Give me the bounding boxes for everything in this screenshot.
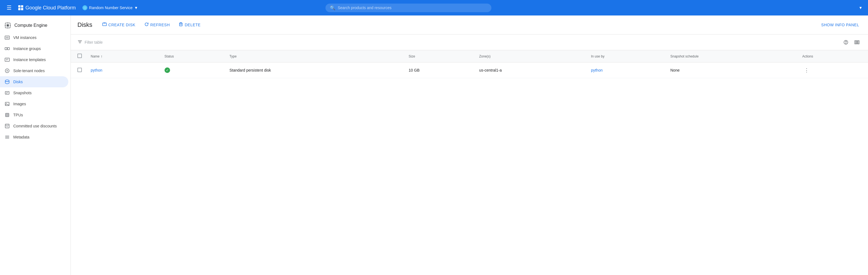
svg-text:%: % [6,126,8,128]
svg-point-21 [6,103,7,104]
project-name: Random Number Service [89,5,132,10]
row-select-checkbox[interactable] [78,68,82,72]
create-disk-label: CREATE DISK [108,23,135,27]
logo-grid-icon [18,5,23,10]
disks-table: Name ↑ Status Type Size Zone(s) In use b… [71,50,868,78]
disk-size-cell: 10 GB [404,63,475,78]
sidebar-item-images[interactable]: Images [0,98,68,109]
svg-rect-22 [5,113,9,117]
sidebar-title: Compute Engine [14,23,47,28]
svg-rect-8 [5,47,7,50]
sidebar-item-tpus[interactable]: TPUs [0,109,68,121]
disks-icon [4,79,10,84]
main-content: Disks CREATE DISK [71,15,868,275]
project-dropdown-icon: ▼ [134,5,138,10]
search-input[interactable] [338,5,487,10]
sidebar-item-vm-instances[interactable]: VM instances [0,32,68,43]
table-row: python ✓ Standard persistent disk 10 GB … [71,63,868,78]
sole-tenant-nodes-icon [4,68,10,73]
filter-icon [78,39,83,45]
app-layout: Compute Engine VM instances Instance gro… [0,15,868,275]
filter-bar [71,35,868,50]
sidebar-item-committed-use-discounts[interactable]: % Committed use discounts [0,121,68,132]
sidebar-item-metadata-label: Metadata [13,135,29,139]
sidebar: Compute Engine VM instances Instance gro… [0,15,71,275]
create-disk-button[interactable]: CREATE DISK [99,20,139,30]
instance-templates-icon [4,57,10,63]
sidebar-item-instance-templates[interactable]: Instance templates [0,54,68,65]
select-all-header [71,50,86,63]
nav-dropdown-icon[interactable]: ▼ [858,4,864,11]
header-actions: CREATE DISK REFRESH [99,20,204,30]
columns-icon[interactable] [852,38,861,47]
sidebar-item-disks-label: Disks [13,79,23,84]
project-selector[interactable]: ⬡ Random Number Service ▼ [80,4,140,11]
refresh-button[interactable]: REFRESH [141,20,173,30]
help-icon[interactable] [841,38,850,47]
select-all-checkbox[interactable] [78,54,82,58]
sidebar-item-instance-groups[interactable]: Instance groups [0,43,68,54]
disk-zone-cell: us-central1-a [475,63,587,78]
disk-in-use-by-cell: python [587,63,666,78]
app-logo: Google Cloud Platform [18,5,76,11]
svg-rect-17 [5,92,9,94]
disk-in-use-by-link[interactable]: python [591,68,602,72]
delete-label: DELETE [185,23,200,27]
col-header-size: Size [404,50,475,63]
sidebar-item-sole-tenant-nodes[interactable]: Sole-tenant nodes [0,65,68,76]
svg-point-14 [6,70,8,72]
tpus-icon [4,112,10,118]
refresh-icon [144,22,149,28]
col-header-type: Type [225,50,404,63]
table-area: Name ↑ Status Type Size Zone(s) In use b… [71,35,868,78]
search-icon: 🔍 [330,5,335,10]
svg-point-34 [103,23,106,24]
name-sort-icon[interactable]: ↑ [101,54,102,59]
search-bar: 🔍 [326,4,491,12]
sidebar-item-committed-use-discounts-label: Committed use discounts [13,124,57,128]
status-ok-icon: ✓ [164,67,170,73]
table-header-row: Name ↑ Status Type Size Zone(s) In use b… [71,50,868,63]
svg-rect-35 [180,23,182,26]
sidebar-item-metadata[interactable]: Metadata [0,132,68,143]
disk-snapshot-schedule-cell: None [666,63,798,78]
menu-icon[interactable]: ☰ [4,2,14,13]
svg-point-15 [5,80,9,81]
project-icon: ⬡ [83,5,87,10]
refresh-label: REFRESH [150,23,170,27]
row-checkbox-cell [71,63,86,78]
show-info-panel-button[interactable]: SHOW INFO PANEL [819,21,861,29]
col-header-in-use-by: In use by [587,50,666,63]
sidebar-item-images-label: Images [13,102,26,106]
table-controls [841,38,861,47]
sidebar-header: Compute Engine [0,18,70,32]
sidebar-item-disks[interactable]: Disks [0,76,68,87]
logo-text: Google Cloud Platform [25,5,76,11]
col-header-snapshot-schedule: Snapshot schedule [666,50,798,63]
sidebar-item-tpus-label: TPUs [13,113,23,117]
sidebar-item-snapshots[interactable]: Snapshots [0,87,68,98]
svg-rect-9 [7,47,9,50]
row-actions-menu[interactable]: ⋮ [802,66,811,75]
nav-right: ▼ [858,4,864,11]
metadata-icon [4,134,10,140]
sidebar-item-snapshots-label: Snapshots [13,91,32,95]
compute-engine-icon [4,22,11,29]
filter-input[interactable] [85,40,839,44]
svg-rect-45 [858,41,859,44]
main-header: Disks CREATE DISK [71,15,868,35]
delete-icon [179,22,183,28]
sidebar-item-sole-tenant-nodes-label: Sole-tenant nodes [13,69,45,73]
svg-rect-7 [6,37,8,38]
disk-name-link[interactable]: python [91,68,102,72]
sidebar-item-vm-instances-label: VM instances [13,35,36,40]
col-header-actions: Actions [798,50,868,63]
delete-button[interactable]: DELETE [175,20,204,30]
vm-instances-icon [4,35,10,40]
disk-status-cell: ✓ [160,63,225,78]
create-disk-icon [102,22,107,28]
svg-rect-1 [7,24,9,27]
disk-name-cell: python [86,63,160,78]
col-header-zones: Zone(s) [475,50,587,63]
disk-type-cell: Standard persistent disk [225,63,404,78]
